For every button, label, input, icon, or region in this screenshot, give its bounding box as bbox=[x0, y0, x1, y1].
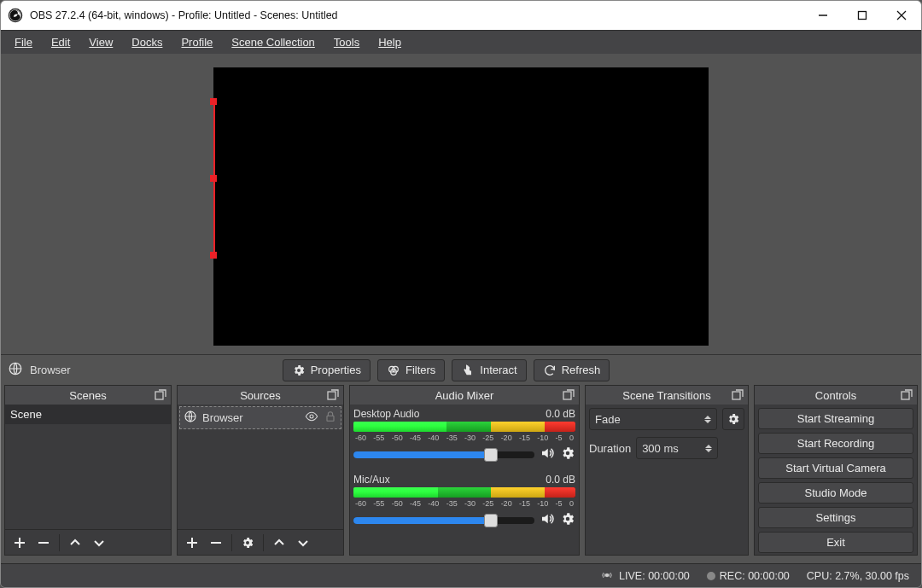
mixer-title: Audio Mixer bbox=[435, 389, 494, 402]
menu-edit[interactable]: Edit bbox=[43, 33, 79, 51]
mixer-channel-db: 0.0 dB bbox=[546, 408, 575, 420]
source-up-button[interactable] bbox=[268, 532, 290, 554]
lock-icon[interactable] bbox=[324, 410, 337, 426]
transitions-dock: Scene Transitions Fade Duration 300 ms bbox=[585, 385, 749, 556]
scenes-dock: Scenes Scene bbox=[4, 385, 172, 556]
docks-row: Scenes Scene Sources Browser bbox=[1, 385, 921, 556]
properties-button[interactable]: Properties bbox=[283, 359, 371, 381]
svg-rect-22 bbox=[563, 392, 571, 399]
status-bar: LIVE: 00:00:00 REC: 00:00:00 CPU: 2.7%, … bbox=[1, 563, 921, 587]
mixer-ticks: -60-55-50-45-40-35-30-25-20-15-10-50 bbox=[353, 434, 575, 442]
globe-icon bbox=[8, 361, 23, 379]
mixer-ticks: -60-55-50-45-40-35-30-25-20-15-10-50 bbox=[353, 499, 575, 508]
status-rec: REC: 00:00:00 bbox=[707, 570, 790, 582]
remove-scene-button[interactable] bbox=[32, 532, 55, 554]
svg-rect-3 bbox=[859, 12, 867, 20]
menu-view[interactable]: View bbox=[80, 33, 121, 51]
mixer-channel-db: 0.0 dB bbox=[546, 474, 575, 486]
mixer-channel: Mic/Aux 0.0 dB -60-55-50-45-40-35-30-25-… bbox=[353, 474, 575, 529]
svg-rect-18 bbox=[327, 416, 334, 421]
svg-point-17 bbox=[310, 415, 313, 418]
menu-scene-collection[interactable]: Scene Collection bbox=[223, 33, 324, 51]
filters-button[interactable]: Filters bbox=[377, 359, 445, 381]
close-button[interactable] bbox=[882, 1, 921, 30]
transition-settings-button[interactable] bbox=[722, 408, 744, 430]
popout-icon[interactable] bbox=[731, 388, 744, 402]
window-titlebar: OBS 27.2.4 (64-bit, windows) - Profile: … bbox=[1, 1, 921, 30]
chevron-updown-icon bbox=[704, 416, 711, 423]
menu-docks[interactable]: Docks bbox=[123, 33, 171, 51]
mixer-channel-name: Desktop Audio bbox=[353, 408, 419, 420]
source-context-toolbar: Browser Properties Filters Interact Refr… bbox=[1, 354, 921, 385]
gear-icon[interactable] bbox=[560, 511, 575, 529]
obs-logo-icon bbox=[8, 8, 23, 23]
popout-icon[interactable] bbox=[900, 388, 913, 402]
mixer-meter bbox=[353, 422, 575, 432]
audio-mixer-dock: Audio Mixer Desktop Audio 0.0 dB -60-55-… bbox=[349, 385, 580, 556]
sources-title: Sources bbox=[240, 389, 281, 402]
mixer-meter bbox=[353, 487, 575, 498]
source-down-button[interactable] bbox=[292, 532, 314, 554]
exit-button[interactable]: Exit bbox=[758, 532, 913, 553]
svg-rect-23 bbox=[732, 392, 740, 399]
preview-canvas[interactable] bbox=[213, 67, 709, 346]
popout-icon[interactable] bbox=[326, 388, 340, 402]
interact-button[interactable]: Interact bbox=[452, 359, 526, 381]
scene-item[interactable]: Scene bbox=[5, 405, 171, 424]
transitions-title: Scene Transitions bbox=[622, 389, 710, 402]
speaker-icon[interactable] bbox=[540, 445, 555, 463]
controls-title: Controls bbox=[815, 389, 856, 402]
eye-icon[interactable] bbox=[305, 410, 318, 426]
preview-area[interactable] bbox=[1, 54, 921, 354]
start-recording-button[interactable]: Start Recording bbox=[758, 433, 913, 454]
gear-icon[interactable] bbox=[560, 445, 575, 463]
start-streaming-button[interactable]: Start Streaming bbox=[758, 408, 913, 429]
window-title: OBS 27.2.4 (64-bit, windows) - Profile: … bbox=[30, 9, 338, 21]
speaker-icon[interactable] bbox=[540, 511, 555, 529]
svg-rect-11 bbox=[155, 392, 163, 399]
scene-down-button[interactable] bbox=[88, 532, 110, 554]
source-label: Browser bbox=[202, 411, 300, 424]
menu-tools[interactable]: Tools bbox=[325, 33, 368, 51]
duration-label: Duration bbox=[589, 442, 631, 455]
svg-rect-15 bbox=[328, 392, 336, 399]
svg-point-25 bbox=[605, 573, 609, 577]
selection-edge bbox=[213, 98, 215, 255]
add-scene-button[interactable] bbox=[9, 532, 31, 554]
volume-slider[interactable] bbox=[353, 517, 534, 524]
globe-icon bbox=[184, 410, 197, 426]
start-virtual-camera-button[interactable]: Start Virtual Camera bbox=[758, 457, 913, 479]
volume-slider[interactable] bbox=[353, 451, 534, 458]
scene-up-button[interactable] bbox=[64, 532, 86, 554]
duration-spinner[interactable]: 300 ms bbox=[636, 437, 718, 459]
popout-icon[interactable] bbox=[154, 388, 167, 402]
studio-mode-button[interactable]: Studio Mode bbox=[758, 482, 913, 504]
minimize-button[interactable] bbox=[803, 1, 843, 30]
refresh-button[interactable]: Refresh bbox=[534, 359, 610, 381]
status-cpu: CPU: 2.7%, 30.00 fps bbox=[807, 570, 909, 582]
menu-help[interactable]: Help bbox=[370, 33, 410, 51]
svg-rect-24 bbox=[902, 392, 909, 399]
transition-select[interactable]: Fade bbox=[589, 408, 717, 430]
source-settings-button[interactable] bbox=[236, 532, 259, 554]
add-source-button[interactable] bbox=[181, 532, 203, 554]
menu-profile[interactable]: Profile bbox=[172, 33, 221, 51]
maximize-button[interactable] bbox=[843, 1, 882, 30]
record-dot-icon bbox=[707, 572, 715, 580]
settings-button[interactable]: Settings bbox=[758, 507, 913, 528]
popout-icon[interactable] bbox=[562, 388, 575, 402]
menu-bar: File Edit View Docks Profile Scene Colle… bbox=[1, 30, 921, 54]
remove-source-button[interactable] bbox=[205, 532, 227, 554]
context-source-name: Browser bbox=[30, 364, 71, 376]
menu-file[interactable]: File bbox=[6, 33, 41, 51]
status-live: LIVE: 00:00:00 bbox=[601, 569, 690, 582]
controls-dock: Controls Start Streaming Start Recording… bbox=[754, 385, 918, 556]
mixer-channel-name: Mic/Aux bbox=[353, 474, 390, 486]
sources-dock: Sources Browser bbox=[177, 385, 344, 556]
spinner-icon[interactable] bbox=[705, 445, 712, 452]
source-item[interactable]: Browser bbox=[179, 406, 341, 429]
mixer-channel: Desktop Audio 0.0 dB -60-55-50-45-40-35-… bbox=[353, 408, 575, 463]
scenes-title: Scenes bbox=[69, 389, 106, 402]
